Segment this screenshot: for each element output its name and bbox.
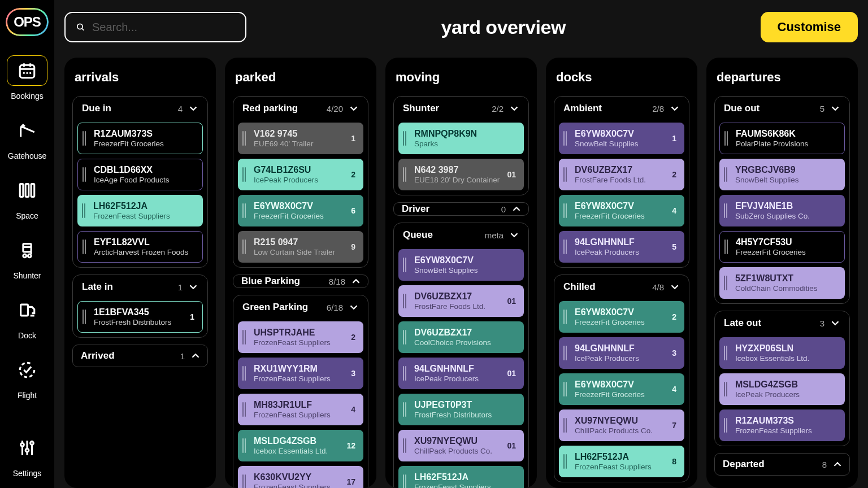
nav-settings[interactable]: Settings — [0, 433, 54, 478]
gate-icon — [7, 115, 47, 146]
card[interactable]: N642 3987EUE18 20' Dry Container01 — [398, 159, 524, 190]
card[interactable]: E6YW8X0C7VFreezerFit Groceries6 — [238, 195, 363, 226]
column-docks: docksAmbient2/8E6YW8X0C7VSnowBelt Suppli… — [546, 58, 697, 488]
card[interactable]: YRGBCJV6B9SnowBelt Supplies — [719, 159, 845, 190]
card-subtitle: CoolChoice Provisions — [414, 338, 518, 347]
card-code: DV6UZBZX17 — [414, 291, 505, 302]
card[interactable]: E6YW8X0C7VFreezerFit Groceries4 — [559, 373, 684, 405]
card-subtitle: ChillPack Products Co. — [414, 447, 505, 456]
card[interactable]: 1E1BFVA345FrostFresh Distributors1 — [77, 301, 203, 333]
card[interactable]: FAUMS6K86KPolarPlate Provisions — [719, 123, 845, 154]
card[interactable]: UHSPTRJAHEFrozenFeast Suppliers2 — [238, 321, 363, 353]
card[interactable]: R1ZAUM373SFrozenFeast Suppliers — [719, 409, 845, 441]
card-badge: 4 — [349, 404, 358, 415]
card[interactable]: XU97NYEQWUChillPack Products Co.01 — [398, 430, 524, 461]
search-input-wrap[interactable] — [64, 12, 246, 42]
card[interactable]: 5ZF1W8UTXTColdChain Commodities — [719, 267, 845, 299]
card[interactable]: 94LGNHNNLFIcePeak Producers5 — [559, 231, 684, 263]
card[interactable]: 4H5Y7CF53UFreezerFit Groceries — [719, 231, 845, 263]
card-badge: 6 — [349, 206, 358, 216]
card-code: E6YW8X0C7V — [414, 255, 518, 265]
search-input[interactable] — [92, 21, 235, 34]
nav-dock[interactable]: Dock — [0, 295, 54, 340]
section-header[interactable]: Red parking4/20 — [238, 102, 363, 118]
section-header[interactable]: Chilled4/8 — [559, 281, 684, 297]
section-header[interactable]: Green Parking6/18 — [238, 301, 363, 317]
card-subtitle: FrostFresh Distributors — [94, 318, 188, 327]
card[interactable]: DV6UZBZX17FrostFare Foods Ltd.2 — [559, 159, 684, 190]
card[interactable]: E6YW8X0C7VSnowBelt Supplies1 — [559, 123, 684, 154]
section-header[interactable]: Due out5 — [719, 102, 845, 118]
card[interactable]: 94LGNHNNLFIcePeak Producers3 — [559, 337, 684, 369]
drag-handle-icon — [83, 310, 88, 324]
card[interactable]: DV6UZBZX17FrostFare Foods Ltd.01 — [398, 285, 524, 317]
card-subtitle: IceAge Food Products — [94, 176, 197, 185]
card[interactable]: XU97NYEQWUChillPack Products Co.7 — [559, 409, 684, 441]
truck-icon — [7, 235, 47, 265]
section-header[interactable]: Due in4 — [77, 102, 203, 118]
card[interactable]: DV6UZBZX17CoolChoice Provisions — [398, 321, 524, 353]
card[interactable]: RMNPQP8K9NSparks — [398, 123, 524, 154]
customise-button[interactable]: Customise — [761, 12, 858, 42]
card-badge: 1 — [188, 312, 197, 322]
card[interactable]: E6YW8X0C7VFreezerFit Groceries2 — [559, 301, 684, 333]
drag-handle-icon — [403, 330, 409, 345]
card-subtitle: FreezerFit Groceries — [94, 140, 197, 149]
section-header-collapsed[interactable]: Driver0 — [393, 202, 529, 216]
search-icon — [76, 21, 85, 33]
card[interactable]: LH62F512JAFrozenFeast Suppliers8 — [559, 446, 684, 477]
card[interactable]: MSLDG4ZSGBIcebox Essentials Ltd.12 — [238, 430, 363, 461]
card-subtitle: IcePeak Producers — [575, 248, 670, 257]
nav-label: Bookings — [11, 91, 44, 101]
section-name: Due in — [82, 103, 178, 114]
card[interactable]: 94LGNHNNLFIcePeak Producers01 — [398, 358, 524, 389]
section-header[interactable]: Late out3 — [719, 317, 845, 333]
section-count: 6/18 — [327, 303, 343, 312]
card[interactable]: EFVJV4NE1BSubZero Supplies Co. — [719, 195, 845, 226]
section-header-collapsed[interactable]: Blue Parking8/18 — [233, 274, 368, 288]
card-subtitle: FrostFresh Distributors — [414, 411, 518, 420]
nav-shunter[interactable]: Shunter — [0, 235, 54, 280]
card-subtitle: FrozenFeast Suppliers — [414, 483, 518, 489]
drag-handle-icon — [83, 239, 88, 254]
drag-handle-icon — [242, 366, 248, 381]
card[interactable]: RXU1WYY1RMFrozenFeast Suppliers3 — [238, 358, 363, 389]
nav-space[interactable]: Space — [0, 175, 54, 220]
card[interactable]: LH62F512JAFrozenFeast Suppliers — [398, 466, 524, 488]
chevron-up-icon — [831, 458, 844, 470]
section-header-collapsed[interactable]: Departed8 — [714, 453, 850, 476]
card[interactable]: CDBL1D66XXIceAge Food Products — [77, 159, 203, 190]
nav-bookings[interactable]: Bookings — [0, 55, 54, 101]
nav-flight[interactable]: Flight — [0, 355, 54, 400]
card[interactable]: UJPEGT0P3TFrostFresh Distributors — [398, 394, 524, 425]
nav-label: Shunter — [13, 271, 41, 280]
card-subtitle: FrozenFeast Suppliers — [254, 338, 349, 347]
card-badge: 8 — [670, 456, 679, 467]
section-header[interactable]: Queuemeta — [398, 229, 524, 245]
card[interactable]: LH62F512JAFrozenFeast Suppliers — [77, 195, 203, 226]
nav-gatehouse[interactable]: Gatehouse — [0, 115, 54, 160]
card[interactable]: MSLDG4ZSGBIcePeak Producers — [719, 373, 845, 405]
card[interactable]: E6YW8X0C7VSnowBelt Supplies — [398, 249, 524, 281]
card[interactable]: E6YW8X0C7VFreezerFit Groceries4 — [559, 195, 684, 226]
card[interactable]: EYF1L82VVLArcticHarvest Frozen Foods — [77, 231, 203, 263]
card[interactable]: R215 0947Low Curtain Side Trailer9 — [238, 231, 363, 263]
section-header[interactable]: Late in1 — [77, 281, 203, 297]
card[interactable]: HYZXP06SLNIcebox Essentials Ltd. — [719, 337, 845, 369]
svg-rect-5 — [25, 184, 29, 197]
card[interactable]: R1ZAUM373SFreezerFit Groceries — [77, 123, 203, 154]
section-header-collapsed[interactable]: Arrived1 — [72, 345, 208, 367]
section-count: 4/20 — [327, 104, 343, 114]
card[interactable]: K630KVU2YYFrozenFeast Suppliers17 — [238, 466, 363, 488]
card[interactable]: MH83JR1ULFFrozenFeast Suppliers4 — [238, 394, 363, 425]
drag-handle-icon — [724, 203, 730, 218]
section-header[interactable]: Ambient2/8 — [559, 102, 684, 118]
section-header[interactable]: Shunter2/2 — [398, 102, 524, 118]
card[interactable]: G74LB1Z6SUIcePeak Producers2 — [238, 159, 363, 190]
section-due-out: Due out5FAUMS6K86KPolarPlate ProvisionsY… — [714, 96, 850, 304]
card-code: UJPEGT0P3T — [414, 399, 518, 410]
section-count: 5 — [820, 104, 824, 114]
card-subtitle: Icebox Essentials Ltd. — [735, 354, 839, 363]
card-code: 94LGNHNNLF — [575, 343, 670, 354]
card[interactable]: V162 9745EUE69 40' Trailer1 — [238, 123, 363, 154]
